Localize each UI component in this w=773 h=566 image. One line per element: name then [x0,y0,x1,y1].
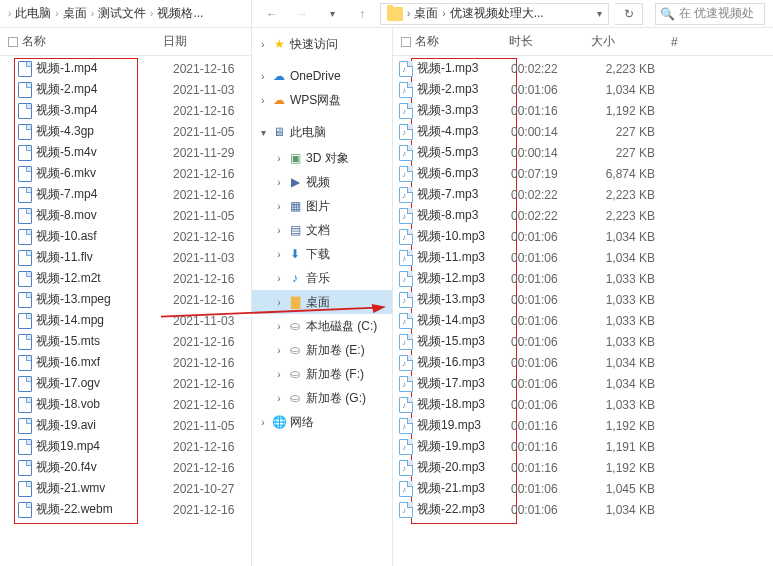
nav-tree[interactable]: ›★快速访问›☁OneDrive›☁WPS网盘▾🖥此电脑›▣3D 对象›▶视频›… [252,28,393,566]
tree-label: OneDrive [290,69,341,83]
breadcrumb-left[interactable]: › 此电脑 › 桌面 › 测试文件 › 视频格... [0,0,252,27]
table-row[interactable]: 视频-19.avi2021-11-05 [14,415,245,436]
column-header-name[interactable]: 名称 [8,33,157,50]
table-row[interactable]: 视频-4.3gp2021-11-05 [14,121,245,142]
file-name: 视频-21.mp3 [417,480,485,497]
table-row[interactable]: ♪视频-10.mp300:01:061,034 KB [399,226,773,247]
tree-item-disk[interactable]: ›⛀新加卷 (E:) [252,338,392,362]
refresh-button[interactable]: ↻ [615,3,643,25]
table-row[interactable]: ♪视频-5.mp300:00:14227 KB [399,142,773,163]
table-row[interactable]: 视频-20.f4v2021-12-16 [14,457,245,478]
table-row[interactable]: ♪视频-13.mp300:01:061,033 KB [399,289,773,310]
tree-item-star[interactable]: ›★快速访问 [252,32,392,56]
table-row[interactable]: 视频-15.mts2021-12-16 [14,331,245,352]
table-row[interactable]: ♪视频-14.mp300:01:061,033 KB [399,310,773,331]
column-header-name[interactable]: 名称 [401,33,503,50]
file-size: 1,034 KB [587,83,661,97]
table-row[interactable]: 视频-21.wmv2021-10-27 [14,478,245,499]
table-row[interactable]: ♪视频-11.mp300:01:061,034 KB [399,247,773,268]
table-row[interactable]: ♪视频-7.mp300:02:222,223 KB [399,184,773,205]
tree-item-folderc[interactable]: ›▇桌面 [252,290,392,314]
tree-item-cloud-orange[interactable]: ›☁WPS网盘 [252,88,392,112]
table-row[interactable]: ♪视频-4.mp300:00:14227 KB [399,121,773,142]
file-size: 2,223 KB [587,209,661,223]
table-row[interactable]: 视频-16.mxf2021-12-16 [14,352,245,373]
table-row[interactable]: ♪视频-22.mp300:01:061,034 KB [399,499,773,520]
column-header-size[interactable]: 大小 [591,33,665,50]
crumb-item[interactable]: 桌面 [414,5,438,22]
table-row[interactable]: ♪视频-21.mp300:01:061,045 KB [399,478,773,499]
tree-item-disk[interactable]: ›⛀新加卷 (G:) [252,386,392,410]
table-row[interactable]: ♪视频-6.mp300:07:196,874 KB [399,163,773,184]
tree-item-monitor[interactable]: ▾🖥此电脑 [252,120,392,144]
table-row[interactable]: 视频-6.mkv2021-12-16 [14,163,245,184]
table-row[interactable]: ♪视频-1.mp300:02:222,223 KB [399,58,773,79]
table-row[interactable]: 视频-17.ogv2021-12-16 [14,373,245,394]
column-header-duration[interactable]: 时长 [509,33,585,50]
table-row[interactable]: ♪视频-3.mp300:01:161,192 KB [399,100,773,121]
tree-item-doc[interactable]: ›▤文档 [252,218,392,242]
tree-item-globe[interactable]: ›🌐网络 [252,410,392,434]
tree-item-dl[interactable]: ›⬇下载 [252,242,392,266]
table-row[interactable]: ♪视频-20.mp300:01:161,192 KB [399,457,773,478]
tree-item-disk[interactable]: ›⛀本地磁盘 (C:) [252,314,392,338]
table-row[interactable]: ♪视频-8.mp300:02:222,223 KB [399,205,773,226]
table-row[interactable]: ♪视频-2.mp300:01:061,034 KB [399,79,773,100]
crumb-item[interactable]: 视频格... [157,5,203,22]
video-file-icon [18,292,32,308]
column-header-track[interactable]: # [671,35,691,49]
crumb-item[interactable]: 优速视频处理大... [450,5,544,22]
tree-item-vid[interactable]: ›▶视频 [252,170,392,194]
crumb-item[interactable]: 此电脑 [15,5,51,22]
video-file-icon [18,250,32,266]
chevron-icon: › [274,369,284,380]
table-row[interactable]: ♪视频-15.mp300:01:061,033 KB [399,331,773,352]
nav-up-button[interactable]: ↑ [350,4,374,24]
address-bar[interactable]: › 桌面 › 优速视频处理大... ▾ [380,3,609,25]
file-name: 视频-11.flv [36,249,93,266]
nav-history-button[interactable]: ▾ [320,4,344,24]
checkbox-icon[interactable] [401,37,411,47]
file-date: 2021-11-03 [173,83,245,97]
crumb-item[interactable]: 桌面 [63,5,87,22]
tree-item-pic[interactable]: ›▦图片 [252,194,392,218]
table-row[interactable]: 视频-7.mp42021-12-16 [14,184,245,205]
table-row[interactable]: 视频-2.mp42021-11-03 [14,79,245,100]
table-row[interactable]: 视频19.mp42021-12-16 [14,436,245,457]
table-row[interactable]: 视频-5.m4v2021-11-29 [14,142,245,163]
table-row[interactable]: ♪视频-16.mp300:01:061,034 KB [399,352,773,373]
table-row[interactable]: ♪视频-18.mp300:01:061,033 KB [399,394,773,415]
chevron-down-icon[interactable]: ▾ [597,8,602,19]
crumb-item[interactable]: 测试文件 [98,5,146,22]
table-row[interactable]: 视频-22.webm2021-12-16 [14,499,245,520]
table-row[interactable]: 视频-18.vob2021-12-16 [14,394,245,415]
tree-item-disk[interactable]: ›⛀新加卷 (F:) [252,362,392,386]
file-list-left[interactable]: 视频-1.mp42021-12-16视频-2.mp42021-11-03视频-3… [0,56,251,522]
column-header-date[interactable]: 日期 [163,33,243,50]
table-row[interactable]: 视频-1.mp42021-12-16 [14,58,245,79]
table-row[interactable]: 视频-8.mov2021-11-05 [14,205,245,226]
table-row[interactable]: 视频-12.m2t2021-12-16 [14,268,245,289]
table-row[interactable]: ♪视频-17.mp300:01:061,034 KB [399,373,773,394]
file-list-right[interactable]: ♪视频-1.mp300:02:222,223 KB♪视频-2.mp300:01:… [393,56,773,522]
chevron-icon: › [274,321,284,332]
cube-icon: ▣ [288,151,302,165]
table-row[interactable]: 视频-13.mpeg2021-12-16 [14,289,245,310]
tree-item-cloud-blue[interactable]: ›☁OneDrive [252,64,392,88]
table-row[interactable]: ♪视频19.mp300:01:161,192 KB [399,415,773,436]
nav-back-button[interactable]: ← [260,4,284,24]
audio-file-icon: ♪ [399,187,413,203]
search-input[interactable]: 🔍 在 优速视频处 [655,3,765,25]
table-row[interactable]: 视频-14.mpg2021-11-03 [14,310,245,331]
chevron-icon: › [258,417,268,428]
table-row[interactable]: ♪视频-19.mp300:01:161,191 KB [399,436,773,457]
table-row[interactable]: 视频-10.asf2021-12-16 [14,226,245,247]
tree-item-cube[interactable]: ›▣3D 对象 [252,146,392,170]
file-name: 视频-8.mp3 [417,207,478,224]
tree-item-music[interactable]: ›♪音乐 [252,266,392,290]
table-row[interactable]: 视频-11.flv2021-11-03 [14,247,245,268]
pic-icon: ▦ [288,199,302,213]
table-row[interactable]: ♪视频-12.mp300:01:061,033 KB [399,268,773,289]
table-row[interactable]: 视频-3.mp42021-12-16 [14,100,245,121]
checkbox-icon[interactable] [8,37,18,47]
